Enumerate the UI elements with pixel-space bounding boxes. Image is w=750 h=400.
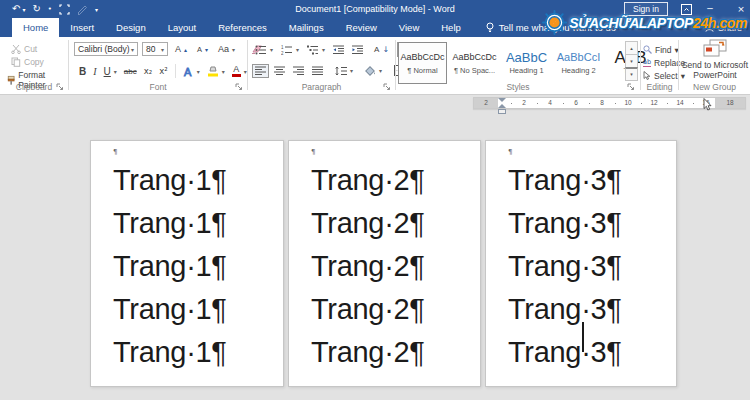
numbering-icon: 1 2 [281,45,293,55]
mouse-cursor [703,98,712,111]
ruler-number: 2 [519,98,529,108]
document-line: Trang·2¶ [311,159,480,202]
style-no-spacing[interactable]: AaBbCcDc ¶ No Spac... [450,42,499,84]
replace-icon: ab [643,58,651,67]
font-dialog-launcher[interactable] [235,83,243,91]
undo-icon: ↶ [12,0,20,18]
shrink-font-button[interactable]: A▾ [194,43,211,56]
chevron-down-icon: ▾ [131,46,134,53]
document-line: Trang·2¶ [311,245,480,288]
highlighter-icon [207,66,219,77]
style-heading-1[interactable]: AaBbC Heading 1 [502,42,551,84]
document-canvas[interactable]: 2 2 4 6 8 10 12 14 16 18 ¶ Trang·1¶ Tran… [0,95,750,400]
tab-help[interactable]: Help [430,18,472,37]
select-label: Select [654,71,678,81]
copy-label: Copy [24,57,44,67]
sort-button[interactable]: A↓ [371,43,392,56]
left-indent-marker[interactable] [498,109,506,114]
styles-scroll-down-button[interactable]: ▾ [625,54,638,68]
quick-access-toolbar: ↶ ▾ ↻ • ▾ [12,0,98,18]
decrease-indent-button[interactable] [330,43,347,57]
align-left-icon [255,66,266,76]
underline-button[interactable]: U ▾ [101,64,120,79]
tab-home[interactable]: Home [12,18,59,37]
customize-qat-button[interactable]: ▾ [95,6,98,13]
font-name-select[interactable]: Calibri (Body) ▾ [74,42,138,56]
lightbulb-icon [486,22,494,34]
document-line: Trang·3¶ [508,159,676,202]
tab-review[interactable]: Review [335,18,388,37]
align-center-button[interactable] [271,64,288,78]
document-line: Trang·2¶ [311,331,480,374]
align-left-button[interactable] [252,64,269,78]
font-color-icon: A [232,65,241,77]
document-line: Trang·1¶ [113,288,283,331]
gear-compass-icon [541,9,568,36]
svg-text:1: 1 [281,45,284,50]
style-preview: AaBbCcDc [400,51,444,64]
multilevel-list-button[interactable]: ▾ [304,43,328,57]
tab-mailings[interactable]: Mailings [278,18,335,37]
style-normal[interactable]: AaBbCcDc ¶ Normal [398,42,447,84]
chevron-down-icon: ▾ [114,68,117,75]
empty-paragraph-mark: ¶ [311,147,480,159]
bold-button[interactable]: B [76,64,89,79]
chevron-down-icon: ▾ [95,6,98,13]
chevron-down-icon: ▾ [222,68,225,75]
qat-disabled-button [77,4,88,15]
change-case-button[interactable]: Aa▾ [215,42,238,56]
text-effects-button[interactable]: A ▾ [180,64,203,79]
subscript-button[interactable]: x₂ [141,64,155,78]
find-button[interactable]: Find ▾ [643,43,679,56]
highlight-button[interactable]: ▾ [204,64,228,79]
svg-text:2: 2 [281,50,284,55]
font-size-select[interactable]: 80 ▾ [142,42,168,56]
redo-button[interactable]: ↻ [32,0,40,18]
text-effects-icon: A [183,66,194,77]
tab-design[interactable]: Design [105,18,157,37]
strikethrough-button[interactable]: abc [121,65,140,78]
justify-button[interactable] [309,64,326,78]
qat-separator-dot: • [48,5,52,13]
style-heading-2[interactable]: AaBbCcI Heading 2 [554,42,603,84]
caret-down-icon: ▾ [205,46,208,53]
align-right-icon [293,66,304,76]
tab-layout[interactable]: Layout [157,18,208,37]
page-3[interactable]: ¶ Trang·3¶ Trang·3¶ Trang·3¶ Trang·3¶ Tr… [485,140,677,387]
styles-scroll-up-button[interactable]: ▴ [625,41,638,55]
font-group-label: Font [69,82,247,92]
numbering-button[interactable]: 1 2 ▾ [278,43,302,57]
page-2[interactable]: ¶ Trang·2¶ Trang·2¶ Trang·2¶ Trang·2¶ Tr… [288,140,481,387]
ruler-number: 14 [675,98,685,108]
styles-dialog-launcher[interactable] [627,83,635,91]
bullets-button[interactable]: ▾ [252,43,276,57]
superscript-button[interactable]: x² [156,64,170,78]
ribbon: Cut Copy [0,37,750,95]
document-line: Trang·3¶ [508,331,676,374]
cut-button: Cut [8,42,40,56]
increase-indent-button[interactable] [349,43,366,57]
hanging-indent-marker[interactable] [498,104,506,108]
shading-button[interactable]: ▾ [362,64,385,78]
document-line: Trang·2¶ [311,202,480,245]
arrow-down-icon: ↓ [382,45,389,54]
document-line: Trang·3¶ [508,245,676,288]
style-preview: AaBbC [506,51,547,64]
undo-button[interactable]: ↶ ▾ [12,0,25,18]
styles-gallery-more-button[interactable]: ▾ [625,67,638,81]
send-to-powerpoint-button[interactable]: Send to Microsoft PowerPoint [679,39,750,80]
multilevel-list-icon [307,45,319,55]
line-spacing-button[interactable]: ▾ [332,64,356,78]
paragraph-dialog-launcher[interactable] [383,83,391,91]
editing-group: Find ▾ ab Replace Select ▾ Ed [641,37,678,94]
italic-button[interactable]: I [90,64,99,79]
tab-insert[interactable]: Insert [59,18,105,37]
tab-view[interactable]: View [388,18,430,37]
page-1[interactable]: ¶ Trang·1¶ Trang·1¶ Trang·1¶ Trang·1¶ Tr… [90,140,284,387]
clipboard-dialog-launcher[interactable] [56,83,64,91]
tab-references[interactable]: References [207,18,278,37]
first-line-indent-marker[interactable] [498,98,506,102]
grow-font-button[interactable]: A▴ [172,42,190,56]
touch-mode-button[interactable] [59,4,70,15]
align-right-button[interactable] [290,64,307,78]
